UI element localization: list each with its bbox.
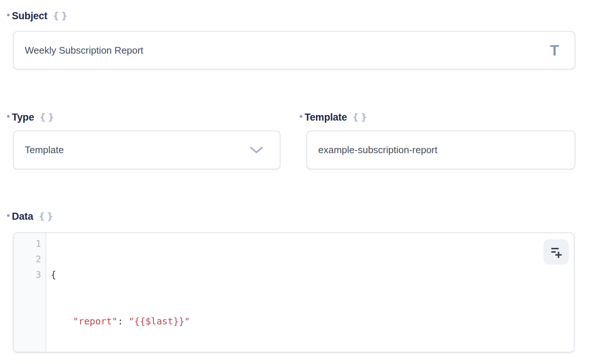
line-number: 3 [14,267,41,283]
required-bullet [300,115,302,118]
json-string-value: "{{$last}}" [129,316,190,327]
playlist-add-icon [549,244,564,260]
required-bullet [7,214,10,217]
email-step-form: Subject {} Weekly Subscription Report T … [0,0,592,364]
template-input[interactable]: example-subscription-report [306,131,575,169]
template-label: Template [305,112,347,123]
type-select[interactable]: Template [13,131,280,169]
line-number-gutter: 1 2 3 [14,233,46,352]
curly-braces-icon[interactable]: {} [352,112,369,122]
type-selected-value: Template [25,144,64,156]
required-bullet [7,14,10,16]
code-line: { [51,267,574,283]
data-label-row: Data {} [7,210,55,223]
required-bullet [7,115,10,118]
subject-input[interactable]: Weekly Subscription Report T [13,31,575,70]
data-code-editor[interactable]: 1 2 3 { "report": "{{$last}}" } [13,232,575,353]
curly-braces-icon[interactable]: {} [38,211,56,222]
curly-braces-icon[interactable]: {} [53,10,70,21]
json-key: "report" [73,316,117,327]
chevron-down-icon [249,146,263,154]
subject-label: Subject [12,10,47,22]
code-line: "report": "{{$last}}" [51,314,574,329]
subject-value: Weekly Subscription Report [25,45,143,56]
type-label: Type [12,112,34,123]
text-type-icon[interactable]: T [550,43,559,58]
data-label: Data [12,211,33,222]
curly-braces-icon[interactable]: {} [39,112,56,122]
json-code-content[interactable]: { "report": "{{$last}}" } [46,233,574,352]
template-label-row: Template {} [300,111,369,124]
insert-expression-button[interactable] [544,239,569,264]
subject-label-row: Subject {} [7,10,70,22]
type-label-row: Type {} [7,111,56,124]
template-value: example-subscription-report [318,144,437,156]
line-number: 2 [14,252,41,267]
line-number: 1 [14,236,41,252]
